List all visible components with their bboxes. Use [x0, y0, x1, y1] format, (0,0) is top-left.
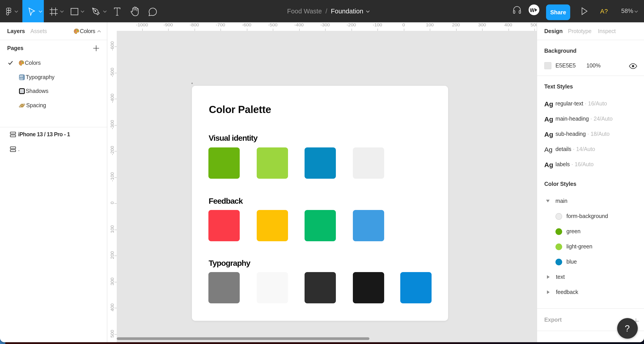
svg-text:W: W [530, 7, 535, 13]
svg-text:AB: AB [20, 75, 23, 77]
svg-text:CD: CD [20, 77, 23, 80]
